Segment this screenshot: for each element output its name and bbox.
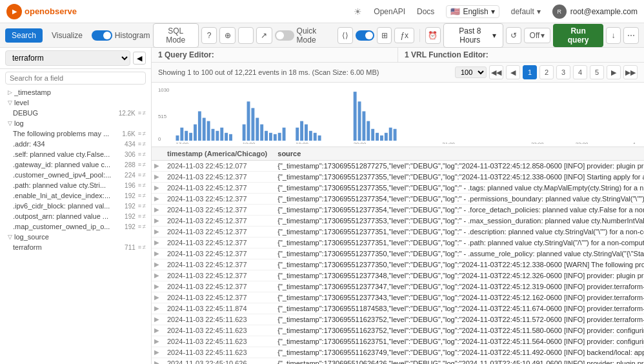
eq-icon[interactable]: ≡ xyxy=(138,130,141,137)
table-row[interactable]: ▶ 2024-11-03 22:45:11.874 {"_timestamp":… xyxy=(152,303,644,314)
table-row[interactable]: ▶ 2024-11-03 22:45:11.623 {"_timestamp":… xyxy=(152,314,644,325)
row-expand[interactable]: ▶ xyxy=(152,183,162,194)
field-item-path[interactable]: .path: planned value cty.Stri... 196 ≡ ≠ xyxy=(0,180,151,190)
field-item-terraform[interactable]: terraform 711 ≡ ≠ xyxy=(0,242,151,252)
table-row[interactable]: ▶ 2024-11-03 22:45:12.377 {"_timestamp":… xyxy=(152,238,644,248)
field-item-addr[interactable]: .addr: 434 434 ≡ ≠ xyxy=(0,139,151,149)
field-item-gateway[interactable]: .gateway_id: planned value c... 288 ≡ ≠ xyxy=(0,159,151,170)
app-logo[interactable]: ▶ openobserve xyxy=(6,4,77,19)
row-expand[interactable]: ▶ xyxy=(152,358,162,365)
field-item-ipv6[interactable]: .ipv6_cidr_block: planned val... 192 ≡ ≠ xyxy=(0,201,151,211)
row-expand[interactable]: ▶ xyxy=(152,227,162,238)
neq-icon[interactable]: ≠ xyxy=(143,151,146,157)
user-menu[interactable]: R root@example.com xyxy=(552,5,638,19)
download-icon[interactable]: ↓ xyxy=(606,27,621,44)
page-1-button[interactable]: 1 xyxy=(523,65,537,79)
field-item-following[interactable]: The following problems may ... 1.6K ≡ ≠ xyxy=(0,128,151,139)
row-expand[interactable]: ▶ xyxy=(152,172,162,183)
docs-link[interactable]: Docs xyxy=(417,7,434,16)
row-expand[interactable]: ▶ xyxy=(152,325,162,336)
neq-icon[interactable]: ≠ xyxy=(143,192,146,199)
neq-icon[interactable]: ≠ xyxy=(143,161,146,168)
time-range-button[interactable]: Past 8 Hours ▾ xyxy=(443,23,503,48)
page-5-button[interactable]: 5 xyxy=(590,65,604,79)
row-expand[interactable]: ▶ xyxy=(152,248,162,259)
row-expand[interactable]: ▶ xyxy=(152,238,162,248)
table-row[interactable]: ▶ 2024-11-03 22:45:12.377 {"_timestamp":… xyxy=(152,259,644,270)
table-row[interactable]: ▶ 2024-11-03 22:45:12.377 {"_timestamp":… xyxy=(152,216,644,227)
org-selector[interactable]: default ▾ xyxy=(511,7,541,16)
clock-icon[interactable]: ⏰ xyxy=(425,27,441,44)
field-search-input[interactable] xyxy=(5,72,146,85)
row-expand[interactable]: ▶ xyxy=(152,314,162,325)
field-item-level[interactable]: ▽ level xyxy=(0,97,151,108)
table-row[interactable]: ▶ 2024-11-03 22:45:12.377 {"_timestamp":… xyxy=(152,292,644,303)
row-expand[interactable]: ▶ xyxy=(152,270,162,281)
row-expand[interactable]: ▶ xyxy=(152,303,162,314)
eq-icon[interactable]: ≡ xyxy=(138,203,141,209)
run-query-button[interactable]: Run query xyxy=(553,24,603,47)
neq-icon[interactable]: ≠ xyxy=(143,182,146,188)
neq-icon[interactable]: ≠ xyxy=(143,213,146,219)
field-item-map-customer[interactable]: .map_customer_owned_ip_o... 192 ≡ ≠ xyxy=(0,221,151,232)
table-row[interactable]: ▶ 2024-11-03 22:45:11.623 {"_timestamp":… xyxy=(152,325,644,336)
eq-icon[interactable]: ≡ xyxy=(138,151,141,157)
fx-button[interactable]: ƒx xyxy=(394,28,414,43)
row-expand[interactable]: ▶ xyxy=(152,216,162,227)
field-item-debug[interactable]: DEBUG 12.2K ≡ ≠ xyxy=(0,108,151,118)
row-expand[interactable]: ▶ xyxy=(152,336,162,347)
table-row[interactable]: ▶ 2024-11-03 22:45:10.626 {"_timestamp":… xyxy=(152,358,644,365)
page-3-button[interactable]: 3 xyxy=(556,65,570,79)
field-item-customer-owned[interactable]: .customer_owned_ipv4_pool:... 224 ≡ ≠ xyxy=(0,170,151,180)
eq-icon[interactable]: ≡ xyxy=(138,110,141,116)
sql-mode-button[interactable]: SQL Mode xyxy=(153,23,199,48)
table-row[interactable]: ▶ 2024-11-03 22:45:12.377 {"_timestamp":… xyxy=(152,281,644,292)
theme-toggle-icon[interactable]: ☀ xyxy=(354,6,362,17)
eq-icon[interactable]: ≡ xyxy=(138,172,141,178)
field-item-self[interactable]: .self: planned value cty.False... 306 ≡ … xyxy=(0,149,151,159)
stream-selector[interactable]: terraform xyxy=(5,50,130,66)
row-expand[interactable]: ▶ xyxy=(152,292,162,303)
neq-icon[interactable]: ≠ xyxy=(143,223,146,230)
eq-icon[interactable]: ≡ xyxy=(138,161,141,168)
neq-icon[interactable]: ≠ xyxy=(143,244,146,250)
neq-icon[interactable]: ≠ xyxy=(143,110,146,116)
table-row[interactable]: ▶ 2024-11-03 22:45:11.623 {"_timestamp":… xyxy=(152,347,644,358)
off-button[interactable]: Off ▾ xyxy=(524,28,551,43)
table-row[interactable]: ▶ 2024-11-03 22:45:12.377 {"_timestamp":… xyxy=(152,248,644,259)
field-item-log-source[interactable]: ▽ log_source xyxy=(0,232,151,242)
eq-icon[interactable]: ≡ xyxy=(138,192,141,199)
table-row[interactable]: ▶ 2024-11-03 22:45:12.377 {"_timestamp":… xyxy=(152,270,644,281)
next-page-button[interactable]: ▶ xyxy=(607,65,621,79)
per-page-select[interactable]: 100 xyxy=(455,66,487,78)
question-icon[interactable]: ? xyxy=(201,27,217,44)
neq-icon[interactable]: ≠ xyxy=(143,203,146,209)
eq-icon[interactable]: ≡ xyxy=(138,141,141,147)
row-expand[interactable]: ▶ xyxy=(152,347,162,358)
copy-icon[interactable]: ⊞ xyxy=(377,27,392,44)
collapse-button[interactable]: ◀ xyxy=(133,52,146,65)
neq-icon[interactable]: ≠ xyxy=(143,141,146,147)
prev-page-button[interactable]: ◀ xyxy=(506,65,520,79)
eq-icon[interactable]: ≡ xyxy=(138,213,141,219)
col-timestamp[interactable]: timestamp (America/Chicago) xyxy=(162,147,272,161)
zoom2-icon[interactable] xyxy=(238,27,254,44)
row-expand[interactable]: ▶ xyxy=(152,281,162,292)
neq-icon[interactable]: ≠ xyxy=(143,172,146,178)
prev-prev-page-button[interactable]: ◀◀ xyxy=(489,65,503,79)
search-tab[interactable]: Search xyxy=(5,28,43,43)
row-expand[interactable]: ▶ xyxy=(152,259,162,270)
quick-mode-toggle[interactable] xyxy=(275,30,294,41)
field-item-log[interactable]: ▽ log xyxy=(0,118,151,128)
field-item-timestamp[interactable]: ▷ _timestamp xyxy=(0,87,151,97)
eq-icon[interactable]: ≡ xyxy=(138,182,141,188)
field-item-outpost[interactable]: .outpost_arn: planned value ... 192 ≡ ≠ xyxy=(0,211,151,221)
zoom-icon[interactable]: ⊕ xyxy=(219,27,235,44)
page-2-button[interactable]: 2 xyxy=(539,65,554,79)
table-row[interactable]: ▶ 2024-11-03 22:45:11.623 {"_timestamp":… xyxy=(152,336,644,347)
row-expand[interactable]: ▶ xyxy=(152,161,162,172)
histogram-toggle[interactable] xyxy=(92,30,112,41)
more-icon[interactable]: ⋯ xyxy=(623,27,639,44)
table-row[interactable]: ▶ 2024-11-03 22:45:12.077 {"_timestamp":… xyxy=(152,161,644,172)
row-expand[interactable]: ▶ xyxy=(152,194,162,205)
